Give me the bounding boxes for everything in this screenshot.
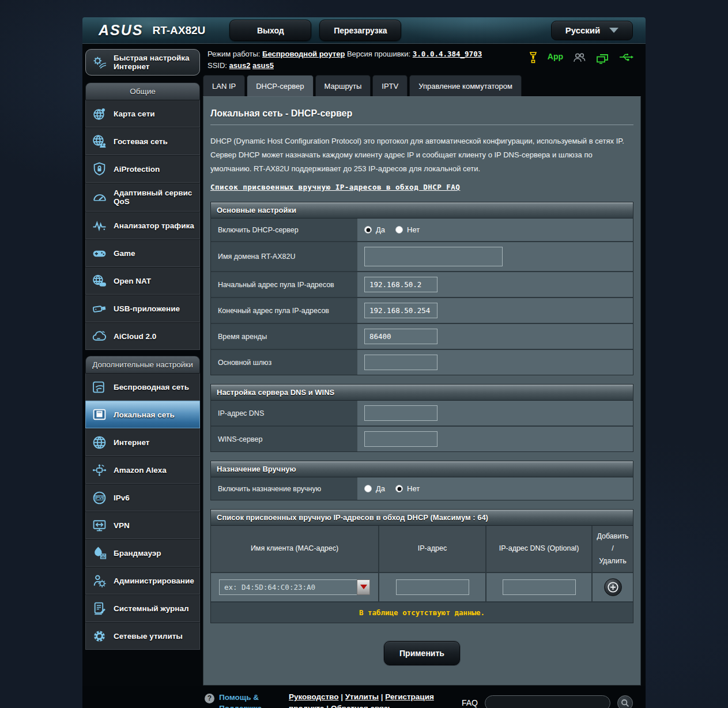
shield-lock-icon [90, 161, 108, 177]
sidebar-item-aicloud[interactable]: AiCloud 2.0 [85, 322, 200, 350]
sidebar-item-label: Сетевые утилиты [114, 632, 183, 641]
sidebar-item-traffic-analyzer[interactable]: Анализатор трафика [85, 212, 200, 239]
sidebar-item-ipv6[interactable]: IPV6 IPv6 [85, 484, 200, 511]
network-tools-icon [90, 628, 108, 644]
usb-status-icon[interactable] [618, 52, 634, 62]
col-add-delete: Добавить / Удалить [591, 526, 633, 572]
sidebar-item-usb-application[interactable]: USB-приложение [85, 295, 200, 322]
lan-port-icon [90, 407, 108, 423]
sidebar-item-administration[interactable]: Администрирование [85, 567, 200, 594]
sidebar-item-wan[interactable]: Интернет [85, 428, 200, 456]
radio-checked-icon [364, 226, 372, 234]
manual-list-entry-row [211, 572, 633, 601]
dhcp-yes-radio[interactable]: Да [364, 225, 385, 234]
sidebar-item-aiprotection[interactable]: AiProtection [85, 155, 200, 183]
gamepad-icon [90, 246, 108, 261]
domain-name-field[interactable] [364, 247, 503, 266]
ssid-link-2g[interactable]: asus2 [229, 61, 251, 70]
sidebar-item-game[interactable]: Game [85, 239, 200, 267]
title-divider [210, 125, 633, 125]
ssid-link-5g[interactable]: asus5 [252, 61, 274, 70]
sidebar-item-network-tools[interactable]: Сетевые утилиты [85, 622, 200, 650]
row-enable-dhcp: Включить DHCP-сервер Да Нет [211, 219, 633, 241]
manual-ip-field[interactable] [396, 579, 469, 595]
sidebar-item-label: Amazon Alexa [114, 466, 167, 474]
dhcp-no-radio[interactable]: Нет [395, 225, 420, 234]
sidebar-item-label: Open NAT [114, 277, 151, 285]
section-basic-header: Основные настройки [211, 202, 633, 219]
col-client-name: Имя клиента (MAC-адрес) [211, 526, 378, 572]
pool-start-field[interactable] [364, 277, 437, 292]
tab-routes[interactable]: Маршруты [315, 75, 371, 96]
pool-end-field[interactable] [364, 303, 437, 318]
sidebar-item-open-nat[interactable]: Open NAT [85, 267, 200, 295]
faq-search-input[interactable] [485, 695, 610, 708]
client-mac-input[interactable] [219, 579, 357, 595]
tab-switch-control[interactable]: Управление коммутатором [409, 75, 522, 96]
tab-lan-ip[interactable]: LAN IP [203, 75, 245, 96]
lease-time-field[interactable] [364, 329, 437, 344]
usb-drive-icon [90, 301, 108, 317]
dns-ip-field[interactable] [364, 405, 437, 421]
tab-iptv[interactable]: IPTV [372, 75, 408, 96]
quick-setup-button[interactable]: Быстрая настройка Интернет [85, 49, 200, 76]
sidebar-item-qos[interactable]: Адаптивный сервис QoS [85, 183, 200, 212]
sidebar-item-vpn[interactable]: VPN [85, 511, 200, 539]
dhcp-no-label: Нет [407, 225, 420, 234]
link-separator: | [326, 704, 329, 708]
sidebar-item-lan[interactable]: Локальная сеть [85, 401, 200, 428]
system-log-icon [90, 601, 108, 616]
default-gateway-field[interactable] [364, 355, 437, 370]
footer-links: Руководство | Утилиты | Регистрация прод… [289, 691, 462, 708]
app-badge[interactable]: App [548, 52, 563, 61]
radio-checked-icon [395, 485, 403, 492]
manual-dns-field[interactable] [503, 579, 576, 595]
sidebar-section-general: Общие [85, 82, 200, 100]
sidebar-item-label: Беспроводная сеть [114, 383, 189, 391]
internet-globe-icon [90, 435, 108, 450]
flame-wall-icon [90, 545, 108, 561]
dhcp-faq-link[interactable]: Список присвоенных вручную IP-адресов в … [210, 183, 460, 191]
language-select[interactable]: Русский [551, 21, 633, 40]
sidebar-item-label: AiProtection [114, 165, 160, 174]
help-support[interactable]: ? Помощь & Поддержка [205, 692, 273, 708]
utilities-link[interactable]: Утилиты [345, 692, 379, 701]
wins-server-field[interactable] [364, 431, 437, 447]
firmware-alert-icon[interactable] [528, 52, 538, 63]
firmware-label: Версия прошивки: [347, 50, 410, 58]
apply-button[interactable]: Применить [384, 641, 460, 665]
manual-link[interactable]: Руководство [289, 692, 338, 701]
reboot-button[interactable]: Перезагрузка [319, 20, 401, 41]
sidebar-item-label: Адаптивный сервис QoS [114, 189, 195, 206]
manual-no-radio[interactable]: Нет [395, 484, 420, 493]
tab-dhcp-server[interactable]: DHCP-сервер [247, 75, 313, 96]
client-mac-dropdown-button[interactable] [357, 579, 370, 595]
row-lease-time: Время аренды [211, 323, 633, 349]
body-wrap: Быстрая настройка Интернет Общие Карта с… [82, 44, 646, 686]
model-name: RT-AX82U [152, 24, 205, 37]
manual-yes-radio[interactable]: Да [364, 484, 385, 493]
sidebar-item-firewall[interactable]: Брандмауэр [85, 539, 200, 567]
add-entry-button[interactable] [604, 578, 622, 596]
feedback-link[interactable]: Обратная связь [331, 704, 393, 708]
sidebar-item-system-log[interactable]: Системный журнал [85, 594, 200, 622]
sidebar-item-wireless[interactable]: Беспроводная сеть [85, 373, 200, 401]
row-pool-start: Начальный адрес пула IP-адресов [211, 271, 633, 297]
logout-button[interactable]: Выход [229, 20, 311, 41]
plus-circle-icon [607, 581, 619, 593]
page-title: Локальная сеть - DHCP-сервер [210, 108, 633, 119]
firmware-link[interactable]: 3.0.0.4.384_9703 [413, 50, 482, 58]
sidebar-item-amazon-alexa[interactable]: Amazon Alexa [85, 456, 200, 484]
question-icon: ? [205, 694, 214, 703]
sidebar-item-label: IPv6 [114, 494, 130, 502]
devices-sync-icon[interactable] [595, 52, 609, 64]
mode-link[interactable]: Беспроводной роутер [262, 50, 345, 58]
sidebar-item-network-map[interactable]: Карта сети [85, 100, 200, 127]
sidebar-item-guest-network[interactable]: Гостевая сеть [85, 127, 200, 155]
router-admin-app: ASUS RT-AX82U Выход Перезагрузка Русский… [82, 17, 646, 708]
dhcp-yes-label: Да [376, 225, 385, 234]
faq-search-button[interactable] [617, 695, 633, 708]
link-separator: | [381, 692, 383, 701]
clients-icon[interactable] [572, 52, 586, 63]
enable-manual-label: Включить назначение вручную [211, 477, 357, 500]
